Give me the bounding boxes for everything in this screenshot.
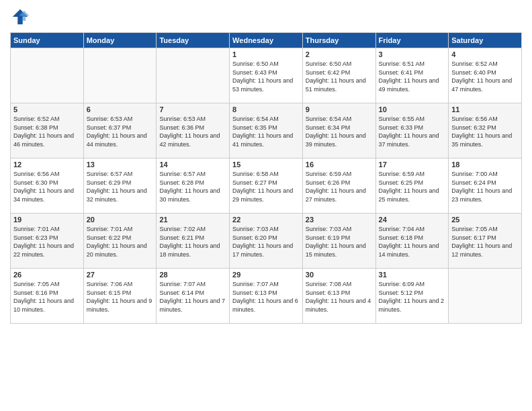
- day-number: 16: [306, 161, 373, 169]
- day-info: Sunrise: 6:52 AMSunset: 6:38 PMDaylight:…: [13, 116, 74, 148]
- day-info: Sunrise: 6:57 AMSunset: 6:29 PMDaylight:…: [87, 171, 147, 203]
- col-thursday: Thursday: [302, 33, 375, 48]
- day-number: 31: [379, 271, 446, 279]
- day-info: Sunrise: 7:05 AMSunset: 6:16 PMDaylight:…: [13, 281, 74, 313]
- calendar-cell: 7 Sunrise: 6:53 AMSunset: 6:36 PMDayligh…: [157, 103, 230, 158]
- day-number: 18: [451, 161, 519, 169]
- header: [10, 7, 522, 27]
- calendar-cell: 25 Sunrise: 7:05 AMSunset: 6:17 PMDaylig…: [449, 214, 522, 269]
- day-number: 17: [379, 161, 446, 169]
- day-info: Sunrise: 7:01 AMSunset: 6:22 PMDaylight:…: [87, 226, 147, 258]
- calendar-cell: 23 Sunrise: 7:03 AMSunset: 6:19 PMDaylig…: [302, 214, 375, 269]
- day-number: 5: [13, 105, 81, 113]
- day-number: 12: [13, 161, 81, 169]
- day-number: 20: [87, 216, 154, 224]
- calendar-cell: 15 Sunrise: 6:58 AMSunset: 6:27 PMDaylig…: [230, 158, 303, 214]
- calendar-cell: 18 Sunrise: 7:00 AMSunset: 6:24 PMDaylig…: [449, 158, 522, 214]
- day-number: 1: [232, 50, 300, 58]
- day-info: Sunrise: 7:01 AMSunset: 6:23 PMDaylight:…: [13, 226, 74, 258]
- day-info: Sunrise: 7:00 AMSunset: 6:24 PMDaylight:…: [451, 171, 512, 203]
- col-friday: Friday: [375, 33, 449, 48]
- calendar-cell: 4 Sunrise: 6:52 AMSunset: 6:40 PMDayligh…: [449, 48, 522, 103]
- day-info: Sunrise: 6:56 AMSunset: 6:30 PMDaylight:…: [13, 171, 74, 203]
- calendar-cell: 10 Sunrise: 6:55 AMSunset: 6:33 PMDaylig…: [375, 103, 449, 158]
- day-number: 8: [232, 105, 300, 113]
- calendar-cell: 1 Sunrise: 6:50 AMSunset: 6:43 PMDayligh…: [230, 48, 303, 103]
- day-info: Sunrise: 6:57 AMSunset: 6:28 PMDaylight:…: [159, 171, 220, 203]
- day-info: Sunrise: 6:50 AMSunset: 6:43 PMDaylight:…: [232, 60, 293, 93]
- day-number: 24: [379, 216, 446, 224]
- calendar-cell: 22 Sunrise: 7:03 AMSunset: 6:20 PMDaylig…: [230, 214, 303, 269]
- calendar-cell: 24 Sunrise: 7:04 AMSunset: 6:18 PMDaylig…: [375, 214, 449, 269]
- calendar-cell: 3 Sunrise: 6:51 AMSunset: 6:41 PMDayligh…: [375, 48, 449, 103]
- calendar-cell: 20 Sunrise: 7:01 AMSunset: 6:22 PMDaylig…: [83, 214, 157, 269]
- calendar-cell: 17 Sunrise: 6:59 AMSunset: 6:25 PMDaylig…: [375, 158, 449, 214]
- calendar-week-4: 19 Sunrise: 7:01 AMSunset: 6:23 PMDaylig…: [11, 214, 522, 269]
- calendar-cell: 16 Sunrise: 6:59 AMSunset: 6:26 PMDaylig…: [302, 158, 375, 214]
- calendar-cell: [83, 48, 157, 103]
- logo: [10, 7, 33, 27]
- day-number: 2: [306, 50, 373, 58]
- day-number: 3: [379, 50, 446, 58]
- day-number: 11: [451, 105, 519, 113]
- logo-icon: [10, 7, 30, 27]
- day-number: 30: [306, 271, 373, 279]
- day-number: 19: [13, 216, 81, 224]
- day-info: Sunrise: 6:54 AMSunset: 6:35 PMDaylight:…: [232, 116, 293, 148]
- col-sunday: Sunday: [11, 33, 84, 48]
- header-row: Sunday Monday Tuesday Wednesday Thursday…: [11, 33, 522, 48]
- day-number: 29: [232, 271, 300, 279]
- day-number: 27: [87, 271, 154, 279]
- calendar-cell: 26 Sunrise: 7:05 AMSunset: 6:16 PMDaylig…: [11, 269, 84, 324]
- day-info: Sunrise: 7:05 AMSunset: 6:17 PMDaylight:…: [451, 226, 512, 258]
- day-number: 9: [306, 105, 373, 113]
- calendar-cell: 14 Sunrise: 6:57 AMSunset: 6:28 PMDaylig…: [157, 158, 230, 214]
- day-info: Sunrise: 7:06 AMSunset: 6:15 PMDaylight:…: [87, 281, 152, 313]
- calendar-week-3: 12 Sunrise: 6:56 AMSunset: 6:30 PMDaylig…: [11, 158, 522, 214]
- day-info: Sunrise: 7:04 AMSunset: 6:18 PMDaylight:…: [379, 226, 439, 258]
- calendar-cell: 13 Sunrise: 6:57 AMSunset: 6:29 PMDaylig…: [83, 158, 157, 214]
- day-info: Sunrise: 6:59 AMSunset: 6:26 PMDaylight:…: [306, 171, 366, 203]
- day-number: 10: [379, 105, 446, 113]
- day-number: 22: [232, 216, 300, 224]
- day-info: Sunrise: 6:50 AMSunset: 6:42 PMDaylight:…: [306, 60, 366, 93]
- day-info: Sunrise: 6:52 AMSunset: 6:40 PMDaylight:…: [451, 60, 512, 93]
- calendar-cell: 6 Sunrise: 6:53 AMSunset: 6:37 PMDayligh…: [83, 103, 157, 158]
- calendar-cell: [157, 48, 230, 103]
- calendar-cell: 9 Sunrise: 6:54 AMSunset: 6:34 PMDayligh…: [302, 103, 375, 158]
- day-info: Sunrise: 6:09 AMSunset: 5:12 PMDaylight:…: [379, 281, 445, 313]
- day-number: 28: [159, 271, 226, 279]
- calendar-cell: 5 Sunrise: 6:52 AMSunset: 6:38 PMDayligh…: [11, 103, 84, 158]
- day-info: Sunrise: 6:54 AMSunset: 6:34 PMDaylight:…: [306, 116, 366, 148]
- calendar: Sunday Monday Tuesday Wednesday Thursday…: [10, 32, 522, 324]
- day-info: Sunrise: 6:51 AMSunset: 6:41 PMDaylight:…: [379, 60, 439, 93]
- calendar-cell: 2 Sunrise: 6:50 AMSunset: 6:42 PMDayligh…: [302, 48, 375, 103]
- calendar-cell: 31 Sunrise: 6:09 AMSunset: 5:12 PMDaylig…: [375, 269, 449, 324]
- calendar-week-2: 5 Sunrise: 6:52 AMSunset: 6:38 PMDayligh…: [11, 103, 522, 158]
- day-info: Sunrise: 6:53 AMSunset: 6:37 PMDaylight:…: [87, 116, 147, 148]
- day-number: 6: [87, 105, 154, 113]
- day-info: Sunrise: 7:03 AMSunset: 6:20 PMDaylight:…: [232, 226, 293, 258]
- day-info: Sunrise: 7:03 AMSunset: 6:19 PMDaylight:…: [306, 226, 366, 258]
- calendar-cell: 28 Sunrise: 7:07 AMSunset: 6:14 PMDaylig…: [157, 269, 230, 324]
- day-number: 7: [159, 105, 226, 113]
- day-number: 14: [159, 161, 226, 169]
- day-info: Sunrise: 6:59 AMSunset: 6:25 PMDaylight:…: [379, 171, 439, 203]
- calendar-cell: 30 Sunrise: 7:08 AMSunset: 6:13 PMDaylig…: [302, 269, 375, 324]
- col-saturday: Saturday: [449, 33, 522, 48]
- calendar-cell: 8 Sunrise: 6:54 AMSunset: 6:35 PMDayligh…: [230, 103, 303, 158]
- calendar-cell: [449, 269, 522, 324]
- calendar-cell: [11, 48, 84, 103]
- day-number: 15: [232, 161, 300, 169]
- day-number: 25: [451, 216, 519, 224]
- day-info: Sunrise: 7:07 AMSunset: 6:14 PMDaylight:…: [159, 281, 225, 313]
- calendar-cell: 11 Sunrise: 6:56 AMSunset: 6:32 PMDaylig…: [449, 103, 522, 158]
- calendar-cell: 19 Sunrise: 7:01 AMSunset: 6:23 PMDaylig…: [11, 214, 84, 269]
- col-wednesday: Wednesday: [230, 33, 303, 48]
- calendar-week-1: 1 Sunrise: 6:50 AMSunset: 6:43 PMDayligh…: [11, 48, 522, 103]
- calendar-week-5: 26 Sunrise: 7:05 AMSunset: 6:16 PMDaylig…: [11, 269, 522, 324]
- day-info: Sunrise: 6:56 AMSunset: 6:32 PMDaylight:…: [451, 116, 512, 148]
- day-number: 23: [306, 216, 373, 224]
- day-info: Sunrise: 7:02 AMSunset: 6:21 PMDaylight:…: [159, 226, 220, 258]
- day-number: 13: [87, 161, 154, 169]
